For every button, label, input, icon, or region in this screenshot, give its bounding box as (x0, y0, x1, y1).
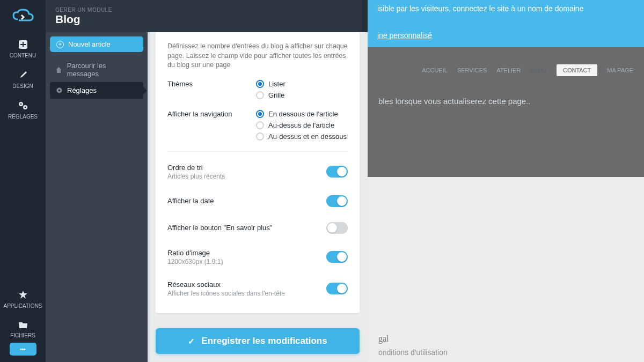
domain-banner: isible par les visiteurs, connectez le s… (368, 0, 644, 47)
divider (167, 151, 348, 152)
gears-icon (18, 101, 28, 112)
new-article-label: Nouvel article (68, 40, 111, 48)
option-label: Au-dessus et en dessous (268, 132, 347, 141)
nav-blog[interactable]: BLOG (530, 67, 547, 73)
sidebar-settings[interactable]: Réglages (50, 82, 143, 99)
nav-contact[interactable]: CONTACT (557, 64, 597, 76)
save-button[interactable]: ✓ Enregistrer les modifications (156, 328, 360, 354)
social-desc: Afficher les icônes sociales dans l'en-t… (167, 290, 285, 297)
settings-card: Définissez le nombre d'entrées du blog à… (156, 32, 360, 313)
date-label: Afficher la date (167, 197, 214, 205)
nav-mapage[interactable]: MA PAGE (607, 67, 633, 73)
left-rail: CONTENU DESIGN RÉGLAGES APPLICATIONS FIC… (0, 0, 46, 362)
home-icon (55, 67, 63, 73)
rail-design[interactable]: DESIGN (0, 63, 46, 93)
rail-label: RÉGLAGES (8, 114, 38, 120)
option-label: En dessous de l'article (268, 110, 338, 118)
rail-label: APPLICATIONS (3, 303, 42, 309)
date-toggle[interactable] (326, 195, 348, 207)
gear-icon (55, 87, 63, 94)
radio-icon (256, 80, 264, 88)
nav-both-option[interactable]: Au-dessus et en dessous (256, 132, 347, 141)
more-label: ••• (20, 346, 26, 352)
site-preview-dark: ACCUEIL SERVICES ATELIER BLOG CONTACT MA… (368, 47, 644, 177)
themes-field: Thèmes Lister Grille (167, 80, 348, 99)
navigation-field: Afficher la navigation En dessous de l'a… (167, 110, 348, 141)
star-icon (18, 290, 28, 301)
readmore-label: Afficher le bouton "En savoir plus" (167, 224, 272, 232)
radio-icon (256, 121, 264, 129)
entries-description: Définissez le nombre d'entrées du blog à… (167, 42, 348, 70)
theme-lister-option[interactable]: Lister (256, 80, 286, 88)
readmore-toggle-row: Afficher le bouton "En savoir plus" (167, 222, 348, 234)
rail-label: DESIGN (12, 83, 33, 89)
sort-label: Ordre de tri (167, 164, 225, 172)
sidebar-settings-label: Réglages (67, 86, 97, 94)
settings-panel: Définissez le nombre d'entrées du blog à… (148, 32, 368, 362)
radio-icon (256, 132, 264, 141)
nav-below-option[interactable]: En dessous de l'article (256, 110, 347, 118)
check-icon: ✓ (188, 336, 195, 346)
app-logo[interactable] (0, 0, 46, 32)
rail-label: FICHIERS (10, 333, 35, 338)
navigation-label: Afficher la navigation (167, 110, 256, 141)
folder-icon (18, 321, 28, 330)
rail-label: CONTENU (10, 53, 36, 58)
nav-above-option[interactable]: Au-dessus de l'article (256, 121, 347, 129)
sidebar-browse[interactable]: Parcourir les messages (50, 57, 143, 82)
sort-toggle-row: Ordre de tri Articles plus récents (167, 164, 348, 180)
svg-point-6 (24, 107, 26, 108)
rail-more-button[interactable]: ••• (10, 343, 36, 356)
nav-services[interactable]: SERVICES (457, 67, 487, 73)
banner-link[interactable]: ine personnalisé (377, 31, 432, 40)
date-toggle-row: Afficher la date (167, 195, 348, 207)
site-footer: gal onditions d'utilisation (368, 329, 644, 362)
radio-icon (256, 91, 264, 99)
header-pretitle: GERER UN MODULE (55, 7, 362, 13)
social-toggle-row: Réseaux sociaux Afficher les icônes soci… (167, 280, 348, 297)
plus-circle-icon: + (56, 41, 64, 48)
site-preview-light: gal onditions d'utilisation (368, 177, 644, 362)
ratio-toggle[interactable] (326, 251, 348, 263)
nav-accueil[interactable]: ACCUEIL (422, 67, 448, 73)
social-label: Réseaux sociaux (167, 280, 285, 289)
ratio-label: Ratio d'image (167, 249, 223, 257)
sort-desc: Articles plus récents (167, 173, 225, 180)
refresh-message: bles lorsque vous actualiserez cette pag… (378, 97, 633, 106)
site-nav: ACCUEIL SERVICES ATELIER BLOG CONTACT MA… (378, 64, 633, 76)
svg-point-8 (58, 90, 60, 92)
banner-text: isible par les visiteurs, connectez le s… (377, 4, 634, 13)
footer-title: gal (378, 334, 633, 344)
option-label: Lister (268, 80, 286, 88)
nav-atelier[interactable]: ATELIER (496, 67, 521, 73)
svg-point-4 (20, 104, 21, 105)
rail-fichiers[interactable]: FICHIERS (0, 313, 46, 343)
new-article-button[interactable]: + Nouvel article (50, 36, 143, 52)
rail-applications[interactable]: APPLICATIONS (0, 283, 46, 313)
brush-icon (18, 70, 28, 81)
sidebar-browse-label: Parcourir les messages (67, 62, 138, 78)
themes-label: Thèmes (167, 80, 256, 99)
footer-terms[interactable]: onditions d'utilisation (378, 348, 633, 357)
readmore-toggle[interactable] (326, 222, 348, 234)
radio-icon (256, 110, 264, 118)
svg-rect-2 (20, 44, 26, 45)
ratio-desc: 1200x630px (1.9:1) (167, 258, 223, 265)
header-title: Blog (55, 13, 362, 26)
theme-grille-option[interactable]: Grille (256, 91, 286, 99)
plus-square-icon (18, 40, 28, 50)
option-label: Au-dessus de l'article (268, 121, 334, 129)
ratio-toggle-row: Ratio d'image 1200x630px (1.9:1) (167, 249, 348, 265)
sort-toggle[interactable] (326, 166, 348, 178)
module-sidebar: + Nouvel article Parcourir les messages … (46, 32, 148, 362)
panel-header: GERER UN MODULE Blog (46, 0, 394, 32)
social-toggle[interactable] (326, 283, 348, 294)
save-label: Enregistrer les modifications (201, 336, 327, 346)
rail-contenu[interactable]: CONTENU (0, 32, 46, 63)
option-label: Grille (268, 91, 284, 99)
rail-reglages[interactable]: RÉGLAGES (0, 93, 46, 124)
